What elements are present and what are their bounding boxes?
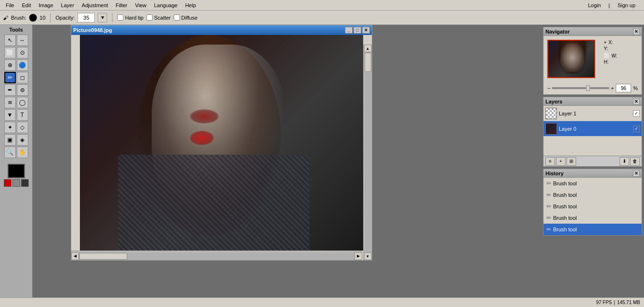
navigator-coords: + X: Y: ⬜ W: H: (600, 38, 621, 80)
signup-link[interactable]: Sign up (615, 1, 638, 9)
menu-edit[interactable]: Edit (18, 1, 35, 9)
history-item-3[interactable]: ✏ Brush tool (544, 212, 642, 224)
tool-zoom-area[interactable]: ⊕ (4, 59, 16, 71)
window-maximize[interactable]: □ (354, 27, 361, 34)
vertical-scrollbar[interactable]: ▲ ▼ (363, 45, 372, 260)
history-label-4: Brush tool (553, 227, 577, 232)
tool-path[interactable]: ✦ (4, 122, 16, 133)
tool-eyedrop[interactable]: 🔵 (17, 59, 28, 71)
history-item-4[interactable]: ✏ Brush tool (544, 224, 642, 235)
scroll-down-btn[interactable]: ▼ (364, 252, 372, 260)
horizontal-scrollbar[interactable]: ◀ ▶ (71, 251, 362, 260)
layer-name-0: Layer 0 (559, 126, 631, 132)
history-label-3: Brush tool (553, 215, 577, 221)
opacity-input[interactable] (78, 13, 95, 23)
tool-pencil[interactable]: ✒ (4, 84, 16, 96)
window-minimize[interactable]: _ (345, 27, 353, 34)
color-red[interactable] (4, 179, 11, 187)
tools-label: Tools (9, 27, 23, 33)
menu-view[interactable]: View (131, 1, 150, 9)
layer-add-btn[interactable]: + (556, 157, 566, 166)
zoom-slider[interactable] (552, 87, 609, 89)
layer-name-1: Layer 1 (559, 111, 631, 116)
window-close[interactable]: ✕ (362, 27, 370, 34)
foreground-color[interactable] (8, 164, 25, 178)
color-gray[interactable] (12, 179, 20, 187)
tool-brush[interactable]: ✏ (4, 72, 16, 83)
layer-delete-btn[interactable]: 🗑 (630, 157, 640, 166)
navigator-title: Navigator (545, 29, 570, 34)
tool-pan[interactable]: ✋ (17, 147, 28, 158)
zoom-in-icon[interactable]: + (611, 85, 614, 91)
layer-merge-btn[interactable]: ⬇ (620, 157, 629, 166)
menu-file[interactable]: File (2, 1, 18, 9)
tool-shapes[interactable]: ◇ (17, 122, 28, 133)
tool-fill[interactable]: ◈ (17, 134, 28, 146)
scatter-checkbox[interactable] (146, 14, 153, 21)
navigator-titlebar: Navigator ✕ (544, 27, 642, 36)
tool-zoom[interactable]: 🔍 (4, 147, 16, 158)
image-window: Picture0948.jpg _ □ ✕ (71, 25, 372, 261)
nav-image (547, 40, 595, 78)
history-item-1[interactable]: ✏ Brush tool (544, 189, 642, 201)
tool-text[interactable]: T (17, 109, 28, 121)
zoom-input[interactable] (616, 84, 631, 92)
menu-language[interactable]: Language (150, 1, 181, 9)
tool-gradient[interactable]: ▣ (4, 134, 16, 146)
menu-filter[interactable]: Filter (112, 1, 131, 9)
separator: | (606, 1, 613, 9)
tool-smudge[interactable]: ≋ (4, 97, 16, 108)
window-title: Picture0948.jpg (73, 27, 112, 33)
hard-tip-label: Hard tip (125, 15, 144, 21)
login-link[interactable]: Login (585, 1, 604, 9)
history-list: ✏ Brush tool ✏ Brush tool ✏ Brush tool ✏… (544, 178, 642, 235)
diffuse-checkbox[interactable] (174, 14, 180, 21)
scroll-left-btn[interactable]: ◀ (71, 252, 79, 260)
h-label: H: (604, 59, 609, 65)
statusbar: 97 FPS | 145.71 MB (0, 297, 644, 307)
layers-titlebar: Layers ✕ (544, 97, 642, 106)
navigator-close[interactable]: ✕ (633, 28, 640, 35)
tool-burn[interactable]: ▼ (4, 109, 16, 121)
memory-display: 145.71 MB (617, 300, 640, 305)
zoom-out-icon[interactable]: − (547, 85, 550, 91)
tool-rect-select[interactable]: ⬜ (4, 47, 16, 58)
wh-icon: ⬜ (604, 53, 610, 58)
history-icon-1: ✏ (546, 192, 551, 198)
tools-grid: ↖ ↔ ⬜ ⊙ ⊕ 🔵 ✏ ◻ ✒ ⊚ ≋ ◯ ▼ T ✦ ◇ ▣ ◈ 🔍 ✋ (4, 34, 28, 158)
menu-help[interactable]: Help (181, 1, 200, 9)
history-close[interactable]: ✕ (633, 170, 640, 177)
hard-tip-checkbox[interactable] (117, 14, 123, 21)
layers-close[interactable]: ✕ (633, 98, 640, 105)
brush-preview[interactable] (29, 14, 37, 22)
layer-vis-0[interactable]: ✓ (633, 125, 640, 132)
image-canvas[interactable] (80, 35, 363, 250)
scroll-up-btn[interactable]: ▲ (364, 45, 372, 52)
opacity-dropdown[interactable]: ▼ (98, 13, 107, 23)
layer-vis-1[interactable]: ✓ (633, 110, 640, 117)
tool-move[interactable]: ↖ (4, 34, 16, 46)
history-item-2[interactable]: ✏ Brush tool (544, 201, 642, 212)
scatter-label: Scatter (154, 15, 171, 21)
layer-thumb-0 (545, 123, 557, 135)
tool-dodge[interactable]: ◯ (17, 97, 28, 108)
history-item-0[interactable]: ✏ Brush tool (544, 178, 642, 189)
x-label: X: (609, 40, 613, 45)
menu-adjustment[interactable]: Adjustment (78, 1, 112, 9)
right-panels: Navigator ✕ + X: Y: (541, 25, 644, 297)
layer-mode-btn[interactable]: ≡ (545, 157, 555, 166)
layer-item-1[interactable]: Layer 1 ✓ (544, 106, 642, 121)
tool-clone[interactable]: ⊚ (17, 84, 28, 96)
layers-title: Layers (545, 99, 562, 104)
color-dark[interactable] (21, 179, 29, 187)
tool-select-arrow[interactable]: ↔ (17, 34, 28, 46)
window-titlebar: Picture0948.jpg _ □ ✕ (71, 25, 372, 35)
tool-lasso[interactable]: ⊙ (17, 47, 28, 58)
menu-image[interactable]: Image (35, 1, 57, 9)
canvas-area[interactable]: Picture0948.jpg _ □ ✕ (33, 25, 541, 297)
layer-dup-btn[interactable]: ⊞ (566, 157, 576, 166)
menu-layer[interactable]: Layer (57, 1, 78, 9)
scroll-right-btn[interactable]: ▶ (355, 252, 362, 260)
tool-eraser[interactable]: ◻ (17, 72, 28, 83)
layer-item-0[interactable]: Layer 0 ✓ (544, 121, 642, 136)
